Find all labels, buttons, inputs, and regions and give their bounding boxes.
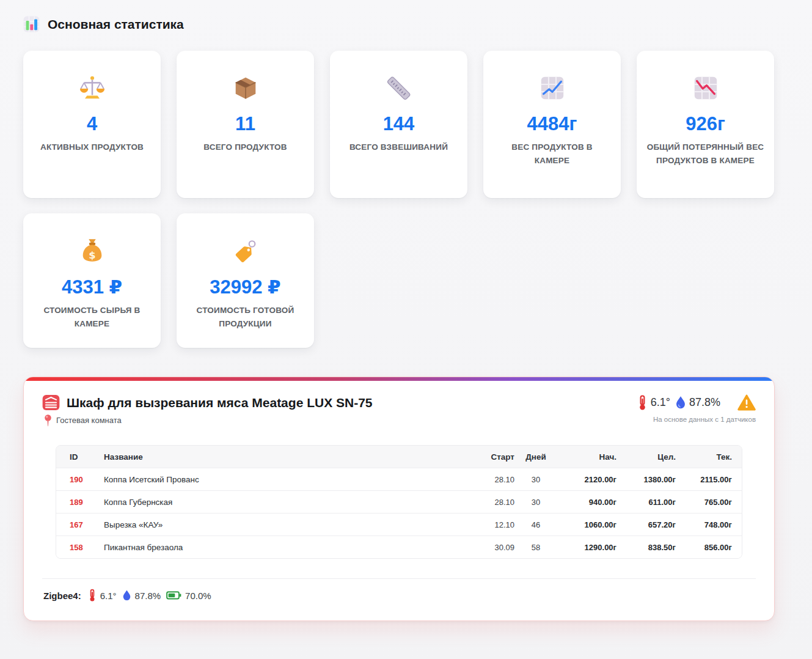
table-row[interactable]: 190Коппа Исетский Прованс28.10302120.00г… — [56, 468, 742, 490]
stat-value: 4331 ₽ — [33, 276, 151, 298]
stat-value: 144 — [340, 113, 458, 135]
svg-text:$: $ — [89, 249, 95, 261]
table-row[interactable]: 167Вырезка «КАУ»12.10461060.00г657.20г74… — [56, 513, 742, 536]
page-header: Основная статистика — [23, 16, 775, 32]
stat-label: ВСЕГО ПРОДУКТОВ — [186, 141, 304, 154]
cell-target: 657.20г — [616, 520, 676, 529]
footer-battery-value: 70.0% — [185, 591, 211, 601]
cell-initial: 2120.00г — [557, 475, 616, 484]
garage-icon — [42, 394, 60, 411]
humidity-value: 87.8% — [689, 396, 720, 409]
cell-initial: 940.00г — [557, 498, 616, 507]
money-bag-icon: $ — [33, 234, 151, 267]
page-title: Основная статистика — [48, 17, 184, 32]
device-card: Шкаф для вызревания мяса Meatage LUX SN-… — [23, 377, 775, 621]
stat-card-active-products: 4 АКТИВНЫХ ПРОДУКТОВ — [23, 51, 161, 198]
cell-current: 856.00г — [676, 543, 732, 552]
stat-value: 926г — [646, 113, 764, 135]
price-tag-icon — [186, 234, 304, 267]
stat-value: 11 — [186, 113, 304, 135]
cell-id: 167 — [59, 520, 97, 529]
cell-current: 748.00г — [676, 520, 732, 529]
droplet-icon — [675, 396, 686, 410]
sensor-readings: 6.1° 87.8% — [637, 394, 756, 411]
cell-days: 46 — [514, 520, 557, 529]
table-row[interactable]: 158Пикантная брезаола30.09581290.00г838.… — [56, 536, 742, 558]
stat-value: 4 — [33, 113, 151, 135]
cell-start: 28.10 — [456, 498, 514, 507]
bar-chart-icon — [23, 16, 40, 32]
cell-start: 30.09 — [456, 543, 514, 552]
temperature-value: 6.1° — [651, 396, 670, 409]
footer-battery-reading: 70.0% — [166, 591, 211, 601]
table-header: ID Название Старт Дней Нач. Цел. Тек. — [56, 446, 742, 468]
cell-id: 190 — [59, 475, 97, 484]
humidity-reading: 87.8% — [675, 396, 720, 410]
stat-card-total-products: 11 ВСЕГО ПРОДУКТОВ — [177, 51, 314, 198]
stat-label: ВЕС ПРОДУКТОВ В КАМЕРЕ — [493, 141, 611, 168]
cell-id: 189 — [59, 498, 97, 507]
cell-days: 58 — [514, 543, 557, 552]
stat-label: СТОИМОСТЬ ГОТОВОЙ ПРОДУКЦИИ — [186, 304, 304, 331]
stat-value: 4484г — [493, 113, 611, 135]
col-start: Старт — [456, 452, 514, 462]
stat-card-finished-cost: 32992 ₽ СТОИМОСТЬ ГОТОВОЙ ПРОДУКЦИИ — [177, 213, 314, 348]
scales-icon — [33, 72, 151, 105]
footer-temperature-value: 6.1° — [100, 591, 117, 601]
footer-sensor-name: Zigbee4: — [43, 591, 81, 601]
battery-icon — [166, 591, 181, 600]
cell-current: 2115.00г — [676, 475, 732, 484]
cell-target: 611.00г — [616, 498, 676, 507]
table-row[interactable]: 189Коппа Губернская28.1030940.00г611.00г… — [56, 490, 742, 513]
stat-card-lost-weight: 926г ОБЩИЙ ПОТЕРЯННЫЙ ВЕС ПРОДУКТОВ В КА… — [637, 51, 774, 198]
stat-label: ОБЩИЙ ПОТЕРЯННЫЙ ВЕС ПРОДУКТОВ В КАМЕРЕ — [646, 141, 764, 168]
cell-initial: 1060.00г — [557, 520, 616, 529]
warning-icon[interactable] — [737, 394, 756, 411]
cell-name: Вырезка «КАУ» — [97, 520, 456, 529]
ruler-icon — [340, 72, 458, 105]
col-target: Цел. — [616, 452, 676, 462]
device-location: Гостевая комната — [56, 416, 122, 425]
temperature-reading: 6.1° — [637, 395, 670, 411]
device-header: Шкаф для вызревания мяса Meatage LUX SN-… — [42, 394, 756, 427]
cell-target: 838.50г — [616, 543, 676, 552]
chart-up-icon — [493, 72, 611, 105]
thermometer-icon — [637, 395, 648, 411]
cell-initial: 1290.00г — [557, 543, 616, 552]
col-name: Название — [97, 452, 456, 462]
thermometer-icon — [88, 589, 97, 602]
stat-card-weight-in-chamber: 4484г ВЕС ПРОДУКТОВ В КАМЕРЕ — [483, 51, 621, 198]
cell-name: Пикантная брезаола — [97, 543, 456, 552]
droplet-icon — [122, 589, 131, 602]
cell-id: 158 — [59, 543, 97, 552]
stat-label: ВСЕГО ВЗВЕШИВАНИЙ — [340, 141, 458, 154]
footer-temperature-reading: 6.1° — [88, 589, 117, 602]
device-title: Шкаф для вызревания мяса Meatage LUX SN-… — [67, 396, 373, 410]
cell-name: Коппа Исетский Прованс — [97, 475, 456, 484]
col-current: Тек. — [676, 452, 732, 462]
stat-card-total-weighings: 144 ВСЕГО ВЗВЕШИВАНИЙ — [330, 51, 467, 198]
stat-label: АКТИВНЫХ ПРОДУКТОВ — [33, 141, 151, 154]
col-initial: Нач. — [557, 452, 616, 462]
cell-target: 1380.00г — [616, 475, 676, 484]
cell-days: 30 — [514, 498, 557, 507]
col-id: ID — [59, 452, 97, 462]
package-icon — [186, 72, 304, 105]
table-body: 190Коппа Исетский Прованс28.10302120.00г… — [56, 468, 742, 558]
chart-down-icon — [646, 72, 764, 105]
products-table: ID Название Старт Дней Нач. Цел. Тек. 19… — [56, 445, 742, 559]
cell-days: 30 — [514, 475, 557, 484]
footer-humidity-value: 87.8% — [135, 591, 161, 601]
stat-card-raw-cost: $ 4331 ₽ СТОИМОСТЬ СЫРЬЯ В КАМЕРЕ — [23, 213, 161, 348]
col-days: Дней — [514, 452, 557, 462]
cell-current: 765.00г — [676, 498, 732, 507]
device-footer: Zigbee4: 6.1° 87.8% — [42, 578, 756, 607]
stat-label: СТОИМОСТЬ СЫРЬЯ В КАМЕРЕ — [33, 304, 151, 331]
stat-value: 32992 ₽ — [186, 276, 304, 298]
cell-name: Коппа Губернская — [97, 498, 456, 507]
cell-start: 28.10 — [456, 475, 514, 484]
sensors-note: На основе данных с 1 датчиков — [637, 416, 756, 423]
pin-icon — [44, 414, 52, 427]
footer-humidity-reading: 87.8% — [122, 589, 161, 602]
stats-grid: 4 АКТИВНЫХ ПРОДУКТОВ 11 ВСЕГО ПРОДУКТОВ … — [23, 51, 775, 348]
